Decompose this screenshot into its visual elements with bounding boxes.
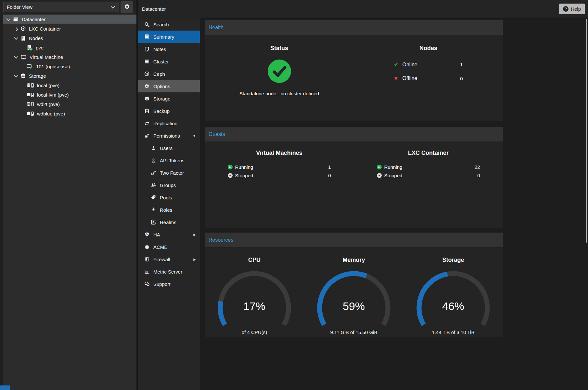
resources-section: Resources CPU 17% of 4 CPU(s) Memory <box>205 233 503 337</box>
chevron-right-icon <box>13 27 19 30</box>
resources-section-title: Resources <box>209 237 233 243</box>
person-icon <box>150 207 157 213</box>
menu-item-users[interactable]: Users <box>138 142 200 154</box>
vertical-scrollbar-thumb[interactable] <box>586 19 587 243</box>
tree-item-vm-101[interactable]: 101 (opnsense) <box>3 62 136 71</box>
resources-section-body: CPU 17% of 4 CPU(s) Memory <box>205 248 503 337</box>
monitor-icon <box>20 54 27 60</box>
tree-item-storage-wdblue[interactable]: wdblue (pve) <box>3 109 136 118</box>
health-section-body: Status Standalone node - no cluster defi… <box>205 35 503 121</box>
menu-item-replication[interactable]: Replication <box>138 117 200 129</box>
lxc-stopped-row: ■ Stopped 0 <box>377 173 480 178</box>
building-icon <box>20 35 26 41</box>
menu-item-two-factor[interactable]: Two Factor <box>138 167 200 179</box>
menu-item-groups[interactable]: Groups <box>138 179 200 191</box>
cluster-icon <box>144 59 150 64</box>
tree-item-label: Storage <box>29 73 46 79</box>
tree-item-nodes[interactable]: Nodes <box>3 34 136 43</box>
tree-item-storage-local-lvm[interactable]: local-lvm (pve) <box>3 90 136 100</box>
tag-icon <box>150 195 157 200</box>
storage-gauge: 46% <box>413 269 494 329</box>
menu-item-label: Cluster <box>153 59 169 64</box>
heartbeat-icon <box>144 232 150 237</box>
tree-item-datacenter[interactable]: Datacenter <box>3 15 136 24</box>
menu-item-label: Permissions <box>153 133 180 139</box>
tree-item-lxc-container[interactable]: LXC Container <box>3 24 136 34</box>
memory-detail: 9.11 GiB of 15.50 GiB <box>330 329 377 335</box>
user-icon <box>150 145 157 151</box>
menu-item-storage[interactable]: Storage <box>138 92 200 105</box>
tree-item-label: local-lvm (pve) <box>37 92 69 98</box>
menu-item-label: Replication <box>153 121 177 126</box>
menu-item-label: Ceph <box>153 71 165 77</box>
tree-item-label: Datacenter <box>22 17 45 22</box>
running-label: Running <box>384 164 403 170</box>
menu-item-backup[interactable]: Backup <box>138 105 200 117</box>
ceph-icon <box>144 71 150 77</box>
chevron-down-icon <box>13 37 19 40</box>
lxc-container-column: LXC Container ▶ Running 22 ■ Stopped 0 <box>354 142 503 228</box>
menu-item-metric-server[interactable]: Metric Server <box>138 265 200 278</box>
guests-section-body: Virtual Machines ▶ Running 1 ■ Stopped 0 <box>205 142 503 228</box>
menu-item-label: Pools <box>160 195 172 200</box>
menu-item-permissions[interactable]: Permissions▼ <box>138 129 200 142</box>
tree-toolbar: Folder View <box>0 0 136 14</box>
gear-icon <box>144 84 150 89</box>
menu-item-options[interactable]: Options <box>138 80 200 92</box>
offline-value: 0 <box>460 76 463 81</box>
chevron-down-icon <box>110 6 115 8</box>
chevron-down-icon <box>6 18 11 21</box>
lxc-running-row: ▶ Running 22 <box>377 164 480 170</box>
storage-drive-icon <box>26 111 34 116</box>
seal-icon <box>144 244 150 250</box>
nodes-online-row: ✔ Online 1 <box>394 61 463 68</box>
tree-item-virtual-machine[interactable]: Virtual Machine <box>3 52 136 62</box>
menu-item-ha[interactable]: HA▶ <box>138 228 200 241</box>
storage-drive-icon <box>26 101 34 107</box>
memory-percent: 59% <box>313 300 394 313</box>
menu-item-acme[interactable]: ACME <box>138 241 200 253</box>
help-button[interactable]: ? Help <box>559 4 585 14</box>
chevron-down-icon <box>13 56 19 59</box>
tree-item-storage-local[interactable]: local (pve) <box>3 81 136 90</box>
cpu-heading: CPU <box>248 257 261 263</box>
resource-tree-panel: Folder View Datacenter LXC Container Nod… <box>0 0 136 390</box>
storage-gauge-column: Storage 46% 1.44 TiB of 3.10 TiB <box>403 248 503 337</box>
tree-item-label: 101 (opnsense) <box>36 64 70 69</box>
menu-item-roles[interactable]: Roles <box>138 204 200 216</box>
menu-item-search[interactable]: Search <box>138 18 200 31</box>
tree-settings-button[interactable] <box>121 1 133 13</box>
virtual-machines-column: Virtual Machines ▶ Running 1 ■ Stopped 0 <box>205 142 354 228</box>
gear-icon <box>124 4 130 10</box>
menu-item-cluster[interactable]: Cluster <box>138 55 200 68</box>
caret-right-icon: ▶ <box>193 233 196 236</box>
lxc-heading: LXC Container <box>408 150 449 156</box>
memory-gauge-column: Memory 59% 9.11 GiB of 15.50 GiB <box>304 248 403 337</box>
menu-item-support[interactable]: Support <box>138 278 200 290</box>
storage-drive-icon <box>26 92 34 98</box>
memory-heading: Memory <box>342 257 365 263</box>
tree-item-storage-wd2t[interactable]: wd2t (pve) <box>3 100 136 109</box>
vm-stopped-row: ■ Stopped 0 <box>228 173 331 178</box>
nodes-offline-row: ✖ Offline 0 <box>394 75 463 81</box>
stopped-label: Stopped <box>235 173 253 178</box>
menu-item-notes[interactable]: Notes <box>138 43 200 55</box>
menu-item-firewall[interactable]: Firewall▶ <box>138 253 200 265</box>
menu-item-summary[interactable]: Summary <box>138 31 200 43</box>
menu-item-pools[interactable]: Pools <box>138 191 200 204</box>
view-mode-select[interactable]: Folder View <box>3 2 119 12</box>
caret-down-icon: ▼ <box>193 134 196 138</box>
menu-item-label: Groups <box>160 182 176 188</box>
menu-item-realms[interactable]: Realms <box>138 216 200 228</box>
menu-item-ceph[interactable]: Ceph <box>138 68 200 80</box>
lxc-running-value: 22 <box>475 164 480 170</box>
nodes-status-column: Nodes ✔ Online 1 ✖ Offline 0 <box>354 35 503 121</box>
help-button-label: Help <box>571 6 581 12</box>
menu-item-api-tokens[interactable]: API Tokens <box>138 154 200 167</box>
guests-section-header: Guests <box>205 127 503 142</box>
lxc-stopped-value: 0 <box>477 173 480 178</box>
menu-item-label: Support <box>153 281 171 287</box>
tree-item-storage[interactable]: Storage <box>3 71 136 81</box>
menu-item-label: Roles <box>160 207 172 213</box>
tree-item-pve[interactable]: pve <box>3 43 136 52</box>
